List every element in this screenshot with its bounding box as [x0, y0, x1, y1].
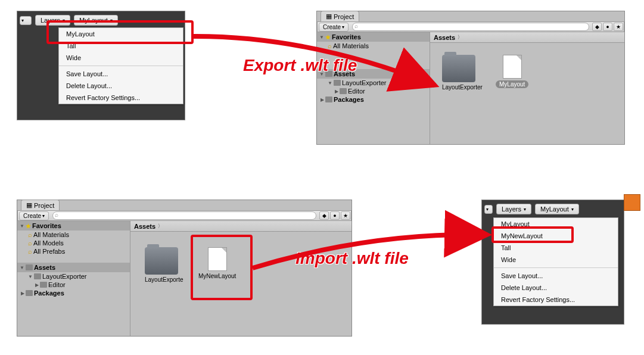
- project-tab-2[interactable]: ▦ Project: [21, 200, 60, 210]
- menu-item-delete[interactable]: Delete Layout...: [59, 80, 183, 92]
- project-icon: ▦: [26, 201, 32, 209]
- menu-item-wide[interactable]: Wide: [59, 52, 183, 64]
- fav-all-materials-2[interactable]: ⌕All Materials: [17, 231, 130, 239]
- tree-packages-2[interactable]: ▶Packages: [17, 289, 130, 297]
- project-icon: ▦: [326, 13, 332, 20]
- fav-all-prefabs[interactable]: ⌕All Prefabs: [17, 247, 130, 256]
- create-button-2[interactable]: Create▾: [19, 211, 49, 220]
- folder-icon: [40, 282, 47, 288]
- project-tree-2: ▼★Favorites ⌕All Materials ⌕All Models ⌕…: [17, 221, 130, 336]
- menu2-item-tall[interactable]: Tall: [494, 242, 618, 254]
- orange-square: [624, 194, 640, 211]
- menu2-item-delete[interactable]: Delete Layout...: [494, 282, 618, 294]
- fav-all-models[interactable]: ⌕All Models: [17, 239, 130, 247]
- folder-big-icon: [442, 55, 475, 82]
- menu-separator: [59, 66, 183, 66]
- dropdown-stub-2[interactable]: [484, 205, 493, 214]
- tree-packages[interactable]: ▶Packages: [317, 95, 430, 104]
- tree-editor-2[interactable]: ▶Editor: [17, 281, 130, 289]
- asset-folder-layoutexporter[interactable]: LayoutExporter: [442, 55, 483, 91]
- search-input-2[interactable]: [52, 211, 316, 220]
- menu2-item-revert[interactable]: Revert Factory Settings...: [494, 294, 618, 306]
- highlight-mynewlayout-menu: [491, 226, 574, 243]
- dropdown-stub[interactable]: [20, 16, 32, 25]
- folder-icon: [325, 96, 332, 102]
- menu2-item-wide[interactable]: Wide: [494, 254, 618, 266]
- search-input[interactable]: [352, 23, 589, 31]
- folder-icon: [26, 264, 33, 270]
- favorites-header-2[interactable]: ▼★Favorites: [17, 221, 130, 231]
- highlight-mylayout-menu: [46, 20, 194, 44]
- file-icon: [503, 55, 522, 79]
- menu2-item-save[interactable]: Save Layout...: [494, 270, 618, 282]
- menu-item-save[interactable]: Save Layout...: [59, 68, 183, 80]
- folder-icon: [34, 273, 41, 279]
- breadcrumb[interactable]: Assets〉: [430, 32, 624, 43]
- folder-icon: [26, 290, 33, 296]
- menu-separator-2: [494, 267, 618, 268]
- export-arrow: [191, 33, 447, 92]
- create-button[interactable]: Create▾: [319, 23, 349, 32]
- label-icon[interactable]: ●: [603, 23, 612, 31]
- assets-content: Assets〉 LayoutExporter MyLayout: [430, 32, 624, 144]
- asset-folder-layoutexporter-2[interactable]: LayoutExporte: [145, 247, 183, 283]
- label-icon-2[interactable]: ●: [330, 211, 340, 220]
- highlight-mynewlayout-file: [191, 235, 253, 300]
- filter-icon[interactable]: ◆: [592, 23, 602, 31]
- star-icon[interactable]: ★: [614, 23, 623, 31]
- folder-big-icon: [145, 247, 178, 275]
- import-arrow: [250, 226, 494, 274]
- project-tab[interactable]: ▦ Project: [321, 11, 359, 21]
- assets-header-2[interactable]: ▼Assets: [17, 263, 130, 272]
- asset-file-mylayout[interactable]: MyLayout: [496, 55, 528, 88]
- tree-layoutexporter-2[interactable]: ▼LayoutExporter: [17, 272, 130, 281]
- menu-item-revert[interactable]: Revert Factory Settings...: [59, 92, 183, 104]
- filter-icon-2[interactable]: ◆: [319, 211, 329, 220]
- layers-dropdown-2[interactable]: Layers: [496, 204, 531, 214]
- star-icon-2[interactable]: ★: [341, 211, 350, 220]
- layout-dropdown-2[interactable]: MyLayout: [535, 204, 579, 214]
